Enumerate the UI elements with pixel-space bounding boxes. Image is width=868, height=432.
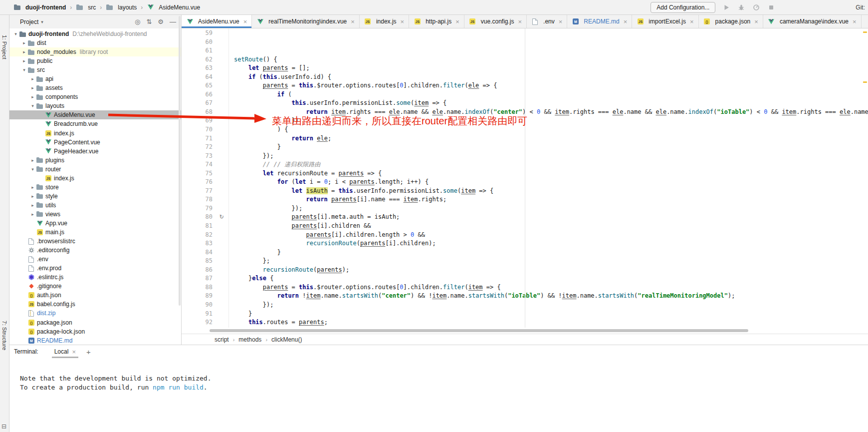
line-number[interactable]: 90 (182, 301, 228, 310)
line-number[interactable]: 73 (182, 152, 228, 161)
chevron-collapsed-icon[interactable]: ▸ (29, 156, 36, 165)
tree-item-env[interactable]: .env (9, 255, 181, 264)
debug-bug-icon[interactable] (737, 3, 745, 11)
chevron-collapsed-icon[interactable]: ▸ (29, 210, 36, 219)
tree-item-store[interactable]: ▸store (9, 183, 181, 192)
line-number[interactable]: 65 (182, 81, 228, 90)
hscrollbar-thumb[interactable] (210, 329, 748, 332)
tree-item-layouts[interactable]: ▾layouts (9, 101, 181, 110)
line-number[interactable]: 83 (182, 239, 228, 248)
tree-item-editorconfig[interactable]: .editorconfig (9, 246, 181, 255)
line-number[interactable]: 68 (182, 108, 228, 117)
line-number[interactable]: 91 (182, 310, 228, 319)
tab-cameramanage-index-vue[interactable]: cameraManage\index.vue× (763, 15, 862, 28)
close-icon[interactable]: × (559, 18, 563, 25)
tab-env[interactable]: .env× (527, 15, 567, 28)
line-number[interactable]: 81 (182, 222, 228, 231)
tree-item-auth-json[interactable]: {}auth.json (9, 291, 181, 300)
tree-item-components[interactable]: ▸components (9, 92, 181, 101)
chevron-collapsed-icon[interactable]: ▸ (29, 74, 36, 83)
tree-item-pagecontent-vue[interactable]: PageContent.vue (9, 138, 181, 147)
tree-item-package-lock-json[interactable]: {}package-lock.json (9, 327, 181, 336)
line-number[interactable]: 75 (182, 169, 228, 178)
tree-item-plugins[interactable]: ▸plugins (9, 156, 181, 165)
close-icon[interactable]: × (243, 18, 247, 25)
line-number[interactable]: 80↻ (182, 213, 228, 222)
tree-item-browserslistrc[interactable]: .browserslistrc (9, 237, 181, 246)
locate-file-icon[interactable]: ◎ (135, 18, 140, 25)
line-number[interactable]: 64 (182, 73, 228, 82)
line-number[interactable]: 86 (182, 266, 228, 275)
close-icon[interactable]: × (351, 18, 355, 25)
profiler-icon[interactable] (752, 3, 760, 11)
chevron-expanded-icon[interactable]: ▾ (29, 165, 36, 174)
line-number[interactable]: 77 (182, 187, 228, 196)
tree-item-utils[interactable]: ▸utils (9, 201, 181, 210)
line-number[interactable]: 85 (182, 257, 228, 266)
tree-item-breadcrumb-vue[interactable]: Breadcrumb.vue (9, 119, 181, 128)
line-number[interactable]: 59 (182, 29, 228, 38)
line-number[interactable]: 74 (182, 160, 228, 169)
tree-item-views[interactable]: ▸views (9, 210, 181, 219)
close-icon[interactable]: × (624, 18, 628, 25)
tree-item-package-json[interactable]: {}package.json (9, 318, 181, 327)
code-area[interactable]: setRoute() { let parents = []; if (this.… (229, 28, 868, 328)
close-icon[interactable]: × (401, 18, 405, 25)
tab-package-json[interactable]: {}package.json× (699, 15, 763, 28)
close-icon[interactable]: × (690, 18, 694, 25)
line-number[interactable]: 82 (182, 231, 228, 240)
tab-importexcel-js[interactable]: JSimportExcel.js× (632, 15, 698, 28)
git-branch-label[interactable]: Git: (856, 4, 865, 11)
tree-item-src[interactable]: ▾src (9, 65, 181, 74)
close-icon[interactable]: × (455, 18, 459, 25)
line-number[interactable]: 67 (182, 99, 228, 108)
tab-http-api-js[interactable]: JShttp-api.js× (409, 15, 464, 28)
project-panel-title[interactable]: Project (20, 18, 38, 25)
chevron-collapsed-icon[interactable]: ▸ (21, 47, 27, 56)
run-icon[interactable] (722, 3, 730, 11)
chevron-expanded-icon[interactable]: ▾ (12, 29, 19, 38)
tree-item-pageheader-vue[interactable]: PageHeader.vue (9, 147, 181, 156)
line-number[interactable]: 62 (182, 55, 228, 64)
line-number[interactable]: 63 (182, 64, 228, 73)
line-number[interactable]: 87 (182, 274, 228, 283)
tree-item-gitignore[interactable]: .gitignore (9, 282, 181, 291)
terminal-tab-local[interactable]: Local × (52, 345, 78, 358)
stop-icon[interactable] (767, 3, 775, 11)
chevron-expanded-icon[interactable]: ▾ (29, 101, 36, 110)
line-number[interactable]: 66 (182, 90, 228, 99)
tool-windows-icon[interactable]: ⊟ (1, 423, 6, 430)
terminal-title[interactable]: Terminal: (14, 348, 38, 355)
new-terminal-icon[interactable]: + (86, 348, 91, 356)
chevron-collapsed-icon[interactable]: ▸ (21, 38, 27, 47)
settings-gear-icon[interactable]: ⚙ (158, 18, 164, 25)
breadcrumb-script[interactable]: script (215, 336, 229, 343)
tab-realtimemonitoring-index-vue[interactable]: realTimeMonitoring\index.vue× (252, 15, 360, 28)
chevron-collapsed-icon[interactable]: ▸ (29, 92, 36, 101)
close-icon[interactable]: × (518, 18, 522, 25)
tree-item-main-js[interactable]: JSmain.js (9, 228, 181, 237)
close-icon[interactable]: × (754, 18, 758, 25)
breadcrumb-duoji-frontend[interactable]: duoji-frontend (13, 4, 66, 11)
line-number[interactable]: 61 (182, 46, 228, 55)
tree-item-router[interactable]: ▾router (9, 165, 181, 174)
tree-item-dist[interactable]: ▸dist (9, 38, 181, 47)
chevron-expanded-icon[interactable]: ▾ (21, 65, 27, 74)
tree-item-api[interactable]: ▸api (9, 74, 181, 83)
tree-item-readme-md[interactable]: MREADME.md (9, 336, 181, 345)
breadcrumb-clickmenu[interactable]: clickMenu() (271, 336, 302, 343)
editor-gutter[interactable]: 5960616263646566676869707172737475767778… (182, 28, 229, 328)
line-number[interactable]: 71 (182, 134, 228, 143)
tab-vue-config-js[interactable]: JSvue.config.js× (464, 15, 527, 28)
tree-item-public[interactable]: ▸public (9, 56, 181, 65)
breadcrumb-asidemenu-vue[interactable]: AsideMenu.vue (147, 4, 200, 11)
tab-index-js[interactable]: JSindex.js× (360, 15, 409, 28)
breadcrumb-src[interactable]: src (76, 4, 96, 11)
chevron-collapsed-icon[interactable]: ▸ (29, 183, 36, 192)
line-number[interactable]: 76 (182, 178, 228, 187)
editor-hscrollbar[interactable] (182, 328, 868, 334)
tree-item-node-modules[interactable]: ▸node_moduleslibrary root (9, 47, 181, 56)
tree-item-duoji-frontend[interactable]: ▾duoji-frontendD:\zheheWeb\duoji-fronten… (9, 29, 181, 38)
recursive-call-icon[interactable]: ↻ (219, 213, 224, 222)
structure-tool-button[interactable]: 7: Structure (1, 321, 7, 350)
